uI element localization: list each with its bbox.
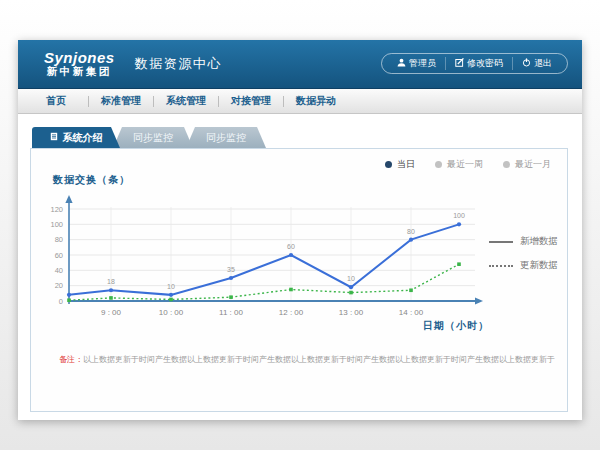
radio-today[interactable]: 当日 (385, 158, 415, 171)
date-range-filter: 当日 最近一周 最近一月 (385, 158, 551, 171)
svg-text:12 : 00: 12 : 00 (279, 308, 304, 317)
document-icon (50, 132, 58, 143)
chart-legend: 新增数据 更新数据 (489, 235, 558, 283)
svg-text:13 : 00: 13 : 00 (339, 308, 364, 317)
svg-text:60: 60 (287, 243, 295, 250)
radio-dot-icon (385, 161, 392, 168)
tab-bar: 系统介绍 同步监控 同步监控 (32, 127, 266, 148)
radio-label: 当日 (397, 158, 415, 171)
svg-text:9 : 00: 9 : 00 (101, 308, 122, 317)
user-icon (397, 58, 406, 69)
header-actions: 管理员 修改密码 退出 (381, 53, 568, 74)
tab-sync-monitor-1[interactable]: 同步监控 (113, 127, 193, 148)
svg-text:10: 10 (167, 283, 175, 290)
change-password-button[interactable]: 修改密码 (445, 57, 512, 70)
logo-subtitle: 新中新集团 (44, 66, 115, 78)
logout-button[interactable]: 退出 (512, 57, 561, 70)
footer-note: 备注：以上数据更新于时间产生数据以上数据更新于时间产生数据以上数据更新于时间产生… (59, 354, 559, 365)
svg-text:120: 120 (50, 205, 63, 214)
admin-user-label: 管理员 (409, 57, 436, 70)
dotted-line-swatch (489, 265, 513, 267)
nav-item-data-change[interactable]: 数据异动 (284, 94, 348, 108)
admin-user-button[interactable]: 管理员 (388, 57, 445, 70)
power-icon (522, 58, 531, 69)
app-header: Synjones 新中新集团 数据资源中心 管理员 修改密码 退出 (18, 40, 582, 89)
nav-item-system-mgmt[interactable]: 系统管理 (154, 94, 218, 108)
legend-item-update-data: 更新数据 (489, 259, 558, 272)
svg-text:10: 10 (347, 275, 355, 282)
svg-text:20: 20 (55, 281, 63, 290)
line-chart: 0204060801001209 : 0010 : 0011 : 0012 : … (39, 183, 499, 335)
svg-text:35: 35 (227, 266, 235, 273)
logo-title: Synjones (44, 50, 115, 67)
legend-item-new-data: 新增数据 (489, 235, 558, 248)
svg-text:10 : 00: 10 : 00 (159, 308, 184, 317)
tab-label: 系统介绍 (63, 131, 103, 145)
svg-text:100: 100 (453, 212, 465, 219)
app-window: Synjones 新中新集团 数据资源中心 管理员 修改密码 退出 (18, 40, 582, 420)
edit-icon (455, 58, 464, 69)
radio-dot-icon (503, 161, 510, 168)
nav-item-interface-mgmt[interactable]: 对接管理 (219, 94, 283, 108)
solid-line-swatch (489, 241, 513, 243)
tab-label: 同步监控 (206, 131, 246, 145)
tab-sync-monitor-2[interactable]: 同步监控 (186, 127, 266, 148)
svg-text:80: 80 (55, 235, 63, 244)
svg-text:11 : 00: 11 : 00 (219, 308, 243, 317)
page-title: 数据资源中心 (135, 55, 222, 73)
change-password-label: 修改密码 (467, 57, 503, 70)
logout-label: 退出 (534, 57, 552, 70)
svg-text:100: 100 (50, 220, 63, 229)
nav-item-standard-mgmt[interactable]: 标准管理 (89, 94, 153, 108)
radio-dot-icon (435, 161, 442, 168)
radio-label: 最近一月 (515, 158, 551, 171)
svg-text:18: 18 (107, 278, 115, 285)
tab-system-intro[interactable]: 系统介绍 (32, 127, 120, 148)
radio-label: 最近一周 (447, 158, 483, 171)
main-nav: 首页 标准管理 系统管理 对接管理 数据异动 (18, 89, 582, 114)
nav-item-home[interactable]: 首页 (24, 94, 88, 108)
svg-text:80: 80 (407, 228, 415, 235)
svg-text:40: 40 (55, 266, 63, 275)
svg-text:0: 0 (59, 297, 63, 306)
radio-last-week[interactable]: 最近一周 (435, 158, 483, 171)
tab-label: 同步监控 (133, 131, 173, 145)
legend-label: 新增数据 (520, 235, 558, 248)
company-logo: Synjones 新中新集团 (44, 50, 115, 78)
legend-label: 更新数据 (520, 259, 558, 272)
note-prefix: 备注： (59, 355, 83, 364)
content-panel: 当日 最近一周 最近一月 数据交换（条） 0204060801001209 : … (30, 148, 568, 412)
radio-last-month[interactable]: 最近一月 (503, 158, 551, 171)
svg-text:14 : 00: 14 : 00 (399, 308, 424, 317)
svg-text:60: 60 (55, 251, 63, 260)
note-text: 以上数据更新于时间产生数据以上数据更新于时间产生数据以上数据更新于时间产生数据以… (83, 355, 555, 364)
svg-text:日期（小时）: 日期（小时） (423, 320, 489, 331)
